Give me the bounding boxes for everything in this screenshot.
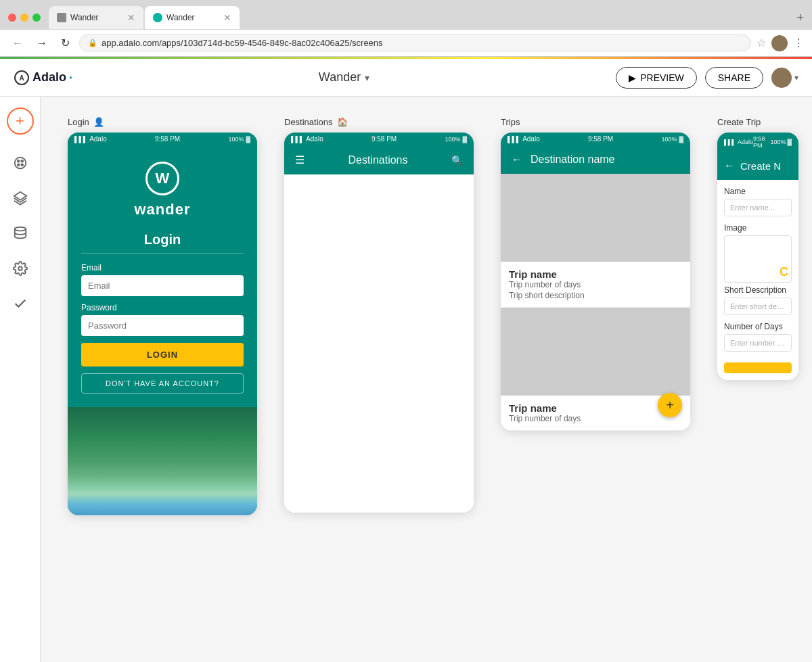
- tab2-label: Wander: [166, 13, 219, 22]
- short-desc-input[interactable]: Enter short descr: [724, 298, 792, 315]
- trip-card-2-image: [501, 308, 690, 396]
- sidebar-settings-icon[interactable]: [8, 256, 32, 281]
- create-trip-submit-btn[interactable]: [724, 362, 792, 373]
- trips-status-time: 9:58 PM: [588, 135, 613, 143]
- app-name-label: Wander: [319, 70, 361, 85]
- share-button[interactable]: SHARE: [705, 67, 763, 89]
- browser-menu-btn[interactable]: ⋮: [793, 37, 804, 49]
- browser-tab-2[interactable]: Wander ✕: [145, 6, 240, 29]
- palette-icon: [13, 156, 28, 170]
- preview-button[interactable]: ▶ PREVIEW: [616, 67, 697, 89]
- password-label: Password: [81, 303, 244, 312]
- trips-status-left: ▌▌▌ Adalo: [508, 135, 540, 143]
- checkmark-icon: [13, 296, 28, 311]
- dest-battery-icon: ▓: [462, 136, 467, 143]
- login-screen-label: Login 👤: [68, 117, 104, 127]
- wander-logo-letter: W: [156, 170, 170, 187]
- create-back-btn[interactable]: ←: [724, 160, 735, 172]
- add-icon: +: [16, 112, 24, 130]
- trips-back-btn[interactable]: ←: [512, 153, 522, 166]
- trips-screen-frame: ▌▌▌ Adalo 9:58 PM 100% ▓ ← Destination n…: [501, 133, 690, 431]
- signup-link-btn[interactable]: DON'T HAVE AN ACCOUNT?: [81, 373, 244, 394]
- sidebar-layers-icon[interactable]: [8, 186, 32, 210]
- trip-card-1-days: Trip number of days: [509, 280, 682, 289]
- trips-signal-icon: ▌▌▌: [508, 136, 520, 143]
- login-label-icon: 👤: [93, 117, 104, 127]
- login-button[interactable]: LOGIN: [81, 343, 244, 367]
- url-bar[interactable]: 🔒 app.adalo.com/apps/103d714d-bc59-4546-…: [79, 34, 751, 51]
- login-signal-icon: ▌▌▌: [74, 136, 87, 143]
- destinations-screen-container: Destinations 🏠 ▌▌▌ Adalo 9:58 PM 100% ▓: [284, 117, 474, 513]
- login-status-time: 9:58 PM: [155, 135, 180, 143]
- gear-icon: [13, 261, 28, 276]
- svg-point-9: [18, 266, 22, 270]
- create-appname: Adalo: [738, 139, 753, 145]
- login-battery-icon: ▓: [246, 136, 250, 143]
- user-avatar-btn[interactable]: ▾: [771, 68, 798, 88]
- create-trip-screen-frame: ▌▌▌ Adalo 9:58 PM 100% ▓ ← Create N: [717, 133, 798, 380]
- destinations-screen-frame: ▌▌▌ Adalo 9:58 PM 100% ▓ ☰ Destinations …: [284, 133, 474, 513]
- dest-status-time: 9:58 PM: [371, 135, 397, 143]
- svg-text:A: A: [19, 74, 24, 82]
- tab1-close-btn[interactable]: ✕: [127, 13, 135, 22]
- destinations-search-icon[interactable]: 🔍: [451, 155, 463, 166]
- create-status-time: 9:58 PM: [753, 135, 770, 149]
- minimize-window-btn[interactable]: [20, 14, 28, 22]
- fab-add-btn[interactable]: +: [658, 393, 682, 417]
- back-btn[interactable]: ←: [8, 36, 27, 51]
- create-battery: 100%: [770, 139, 786, 145]
- destinations-label-icon: 🏠: [337, 117, 348, 127]
- trip-card-1-desc: Trip short description: [509, 291, 682, 300]
- create-trip-title: Create N: [740, 160, 781, 172]
- profile-btn[interactable]: [771, 35, 788, 51]
- forward-btn[interactable]: →: [32, 36, 51, 51]
- traffic-lights: [8, 14, 41, 22]
- url-text: app.adalo.com/apps/103d714d-bc59-4546-84…: [102, 38, 383, 48]
- destinations-menu-icon[interactable]: ☰: [295, 153, 304, 166]
- sidebar-check-icon[interactable]: [8, 291, 32, 316]
- image-upload-icon: C: [780, 265, 788, 279]
- reload-btn[interactable]: ↻: [57, 35, 74, 51]
- tab2-close-btn[interactable]: ✕: [223, 13, 231, 22]
- sidebar-palette-icon[interactable]: [8, 151, 32, 175]
- svg-point-3: [17, 160, 19, 162]
- dest-appname: Adalo: [306, 135, 323, 143]
- svg-point-6: [21, 164, 23, 166]
- email-input[interactable]: [81, 275, 244, 296]
- create-status-bar: ▌▌▌ Adalo 9:58 PM 100% ▓: [717, 133, 798, 151]
- address-bar: ← → ↻ 🔒 app.adalo.com/apps/103d714d-bc59…: [0, 30, 812, 57]
- close-window-btn[interactable]: [8, 14, 16, 22]
- user-avatar: [771, 68, 792, 88]
- name-field-label: Name: [724, 187, 792, 196]
- create-status-right: 100% ▓: [770, 139, 792, 145]
- app-body: +: [0, 97, 812, 662]
- password-input[interactable]: [81, 315, 244, 336]
- num-days-label: Number of Days: [724, 322, 792, 331]
- tab-bar: Wander ✕ Wander ✕ +: [0, 0, 812, 30]
- wander-brand-name: wander: [134, 201, 190, 218]
- database-icon: [13, 226, 28, 241]
- trips-label-text: Trips: [501, 117, 520, 127]
- preview-label: PREVIEW: [640, 72, 684, 83]
- layers-icon: [13, 191, 28, 206]
- tab2-favicon: [153, 13, 162, 22]
- login-screen-container: Login 👤 ▌▌▌ Adalo 9:58 PM 100% ▓: [68, 117, 257, 515]
- share-label: SHARE: [718, 72, 750, 83]
- landscape-illustration: [68, 407, 257, 515]
- sidebar-database-icon[interactable]: [8, 221, 32, 245]
- num-days-input[interactable]: Enter number of d: [724, 334, 792, 352]
- add-component-btn[interactable]: +: [7, 108, 34, 135]
- fab-add-icon: +: [666, 398, 674, 413]
- browser-tab-1[interactable]: Wander ✕: [49, 6, 143, 29]
- app-name-chevron[interactable]: ▾: [365, 72, 369, 83]
- tab1-label: Wander: [70, 13, 123, 22]
- create-trip-form: Name Enter name... Image C Short Descrip…: [717, 180, 798, 380]
- trips-status-bar: ▌▌▌ Adalo 9:58 PM 100% ▓: [501, 133, 690, 145]
- trips-screen-label: Trips: [501, 117, 520, 127]
- bookmark-icon[interactable]: ☆: [757, 37, 766, 49]
- name-field-input[interactable]: Enter name...: [724, 199, 792, 216]
- maximize-window-btn[interactable]: [32, 14, 41, 22]
- new-tab-btn[interactable]: +: [796, 11, 804, 25]
- destinations-topbar: ☰ Destinations 🔍: [284, 145, 474, 174]
- image-upload-box[interactable]: C: [724, 235, 792, 283]
